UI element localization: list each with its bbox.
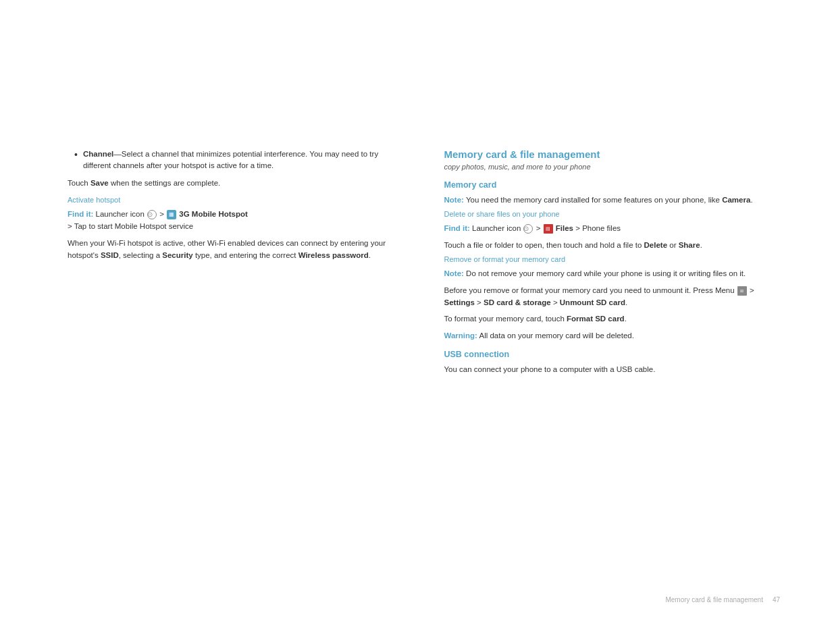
section-memory-card: Memory card: [444, 180, 781, 190]
find-it2-arrow: >: [536, 224, 543, 232]
find-it2-label: Find it:: [444, 224, 470, 232]
remove-body: Before you remove or format your memory …: [444, 284, 781, 309]
delete-share-link[interactable]: Delete or share files on your phone: [444, 210, 781, 218]
launcher-icon2: [523, 224, 533, 234]
save-bold: Save: [90, 179, 109, 187]
touch-save-text: Touch Save when the settings are complet…: [68, 178, 390, 189]
delete-bold: Delete: [644, 241, 668, 249]
bullet-dot: •: [74, 149, 78, 172]
usb-body: You can connect your phone to a computer…: [444, 363, 781, 375]
find-it2-launcher: Launcher icon: [472, 224, 523, 232]
menu-icon: ⊞: [737, 286, 747, 296]
files-body: Touch a file or folder to open, then tou…: [444, 239, 781, 251]
bullet-channel-text: Channel—Select a channel that minimizes …: [83, 149, 390, 172]
page-footer: Memory card & file management 47: [665, 596, 780, 603]
share-bold: Share: [679, 241, 700, 249]
main-heading: Memory card & file management: [444, 149, 781, 160]
warning-label: Warning:: [444, 331, 477, 340]
format-body: To format your memory card, touch Format…: [444, 313, 781, 325]
page-container: • Channel—Select a channel that minimize…: [0, 0, 834, 644]
warning-text: Warning: All data on your memory card wi…: [444, 329, 781, 342]
activate-hotspot-link[interactable]: Activate hotspot: [68, 196, 390, 204]
mobile-hotspot-icon: ▦: [167, 210, 176, 219]
camera-bold: Camera: [722, 196, 750, 204]
find-it-line: Find it: Launcher icon > ▦ 3G Mobile Hot…: [68, 208, 390, 233]
section-usb: USB connection: [444, 350, 781, 359]
settings-bold: Settings: [444, 298, 475, 306]
find-it-tap: > Tap to start Mobile Hotspot service: [68, 222, 193, 230]
channel-bold: Channel: [83, 150, 113, 158]
note-remove-label: Note:: [444, 269, 464, 277]
mobile-hotspot-bold: 3G Mobile Hotspot: [179, 210, 248, 218]
find-it2-line: Find it: Launcher icon > ▤ Files > Phone…: [444, 222, 781, 234]
wifi-hotspot-body: When your Wi-Fi hotspot is active, other…: [68, 237, 390, 262]
find-it-label: Find it:: [68, 210, 93, 218]
format-sd-bold: Format SD card: [567, 315, 625, 323]
files-icon: ▤: [544, 224, 553, 234]
find-it2-after: > Phone files: [575, 224, 621, 232]
right-column: Memory card & file management copy photo…: [417, 0, 835, 644]
wireless-password-bold: Wireless password: [298, 251, 369, 259]
footer-text: Memory card & file management: [665, 596, 763, 603]
sd-card-bold: SD card & storage: [484, 298, 551, 306]
bullet-channel: • Channel—Select a channel that minimize…: [68, 149, 390, 172]
unmount-bold: Unmount SD card: [560, 298, 625, 306]
note-remove-text: Note: Do not remove your memory card whi…: [444, 267, 781, 279]
find-it-arrow: >: [159, 210, 166, 218]
note-memory-text: Note: You need the memory card installed…: [444, 194, 781, 206]
sub-italic: copy photos, music, and more to your pho…: [444, 163, 781, 171]
ssid-bold: SSID: [101, 251, 119, 259]
security-bold: Security: [162, 251, 192, 259]
footer-page: 47: [773, 596, 780, 603]
left-column: • Channel—Select a channel that minimize…: [0, 0, 417, 644]
launcher-icon: [147, 210, 157, 219]
channel-desc: —Select a channel that minimizes potenti…: [83, 150, 378, 169]
remove-format-link[interactable]: Remove or format your memory card: [444, 255, 781, 263]
files-bold: Files: [556, 224, 573, 232]
note-memory-label: Note:: [444, 196, 464, 204]
find-it-launcher: Launcher icon: [96, 210, 147, 218]
